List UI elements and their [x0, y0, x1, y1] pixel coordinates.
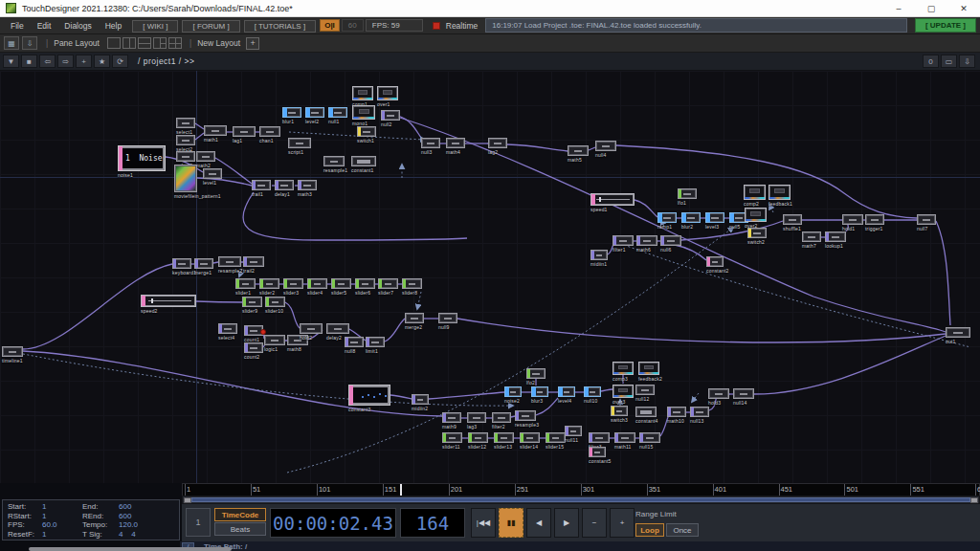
- network-node-lag2[interactable]: [488, 138, 507, 148]
- network-node-null4[interactable]: [595, 141, 616, 151]
- network-node-math4[interactable]: [446, 138, 465, 148]
- timecode-mode-button[interactable]: TimeCode: [214, 508, 266, 521]
- forward-icon[interactable]: ⇨: [57, 55, 74, 68]
- maximize-button[interactable]: ▢: [915, 0, 947, 16]
- menu-edit[interactable]: Edit: [31, 19, 58, 33]
- fps-target[interactable]: 60: [342, 19, 364, 32]
- network-node-slider5[interactable]: [331, 278, 351, 289]
- pane-layout-preset-three[interactable]: [153, 37, 167, 49]
- network-node-speed2[interactable]: [141, 295, 196, 307]
- network-node-math11[interactable]: [614, 432, 635, 443]
- network-node-slider10[interactable]: [265, 297, 285, 307]
- bookmark-icon[interactable]: ▦: [4, 36, 19, 50]
- once-button[interactable]: Once: [666, 523, 699, 537]
- network-node-slider7[interactable]: [378, 278, 398, 289]
- network-node-slider8[interactable]: [402, 278, 422, 289]
- output-toggle[interactable]: O|I: [320, 19, 340, 32]
- realtime-checkbox[interactable]: [433, 22, 440, 30]
- network-node-null3[interactable]: [421, 138, 440, 148]
- network-node-trail2[interactable]: [243, 256, 264, 267]
- network-node-slider12[interactable]: [468, 432, 488, 443]
- network-node-slider13[interactable]: [494, 432, 514, 443]
- network-node-trigger1[interactable]: [865, 214, 884, 225]
- network-node-level1[interactable]: [203, 168, 222, 179]
- network-node-hold1[interactable]: [842, 214, 863, 225]
- network-node-script1[interactable]: [288, 138, 311, 148]
- network-node-null2[interactable]: [381, 110, 400, 121]
- network-node-null7[interactable]: [917, 214, 936, 225]
- network-node-resample2[interactable]: [218, 256, 241, 267]
- update-button[interactable]: [ UPDATE ]: [915, 18, 976, 33]
- collapse-pane-icon[interactable]: ⇩: [959, 55, 975, 68]
- network-node-merge1[interactable]: [194, 258, 213, 269]
- network-node-shuffle1[interactable]: [783, 214, 802, 225]
- menu-dialogs[interactable]: Dialogs: [57, 19, 98, 33]
- link-button-tutorials[interactable]: [ TUTORIALS ]: [244, 20, 317, 33]
- network-node-null8[interactable]: [345, 337, 364, 347]
- loop-button[interactable]: Loop: [635, 523, 664, 537]
- network-node-midiin1[interactable]: [590, 250, 608, 260]
- save-layout-icon[interactable]: ⇩: [22, 36, 37, 50]
- settings-value[interactable]: 1: [42, 512, 82, 521]
- network-node-math5[interactable]: [568, 145, 589, 156]
- network-node-null10[interactable]: [584, 386, 601, 397]
- network-node-filter2[interactable]: [492, 412, 511, 423]
- network-node-switch1[interactable]: [357, 126, 376, 137]
- jump-to-start-button[interactable]: |◀◀: [471, 508, 496, 538]
- network-node-delay1[interactable]: [275, 180, 294, 190]
- range-fill[interactable]: [191, 497, 970, 502]
- network-node-slider2[interactable]: [259, 278, 279, 289]
- network-node-slider3[interactable]: [283, 278, 303, 289]
- network-node-lfo2[interactable]: [526, 368, 546, 379]
- network-node-lfo1[interactable]: [678, 188, 697, 199]
- network-node-keyboard1[interactable]: [172, 258, 191, 269]
- timeline-ruler[interactable]: 151101151201251301351401451501551600: [182, 483, 980, 496]
- settings-value[interactable]: 1: [42, 530, 82, 540]
- network-node-limit1[interactable]: [366, 337, 385, 347]
- network-node-mono1[interactable]: [352, 105, 375, 120]
- network-node-math2[interactable]: [196, 151, 215, 162]
- network-node-null9[interactable]: [438, 313, 457, 323]
- network-node-null1[interactable]: [328, 107, 347, 118]
- network-node-slider15[interactable]: [546, 432, 566, 443]
- network-node-select2[interactable]: [176, 135, 195, 145]
- settings-value[interactable]: 60.0: [42, 520, 82, 530]
- network-node-null15[interactable]: [639, 432, 660, 443]
- menu-file[interactable]: File: [4, 19, 31, 33]
- network-node-resample3[interactable]: [515, 410, 536, 421]
- network-node-resample1[interactable]: [323, 156, 345, 166]
- network-node-count2[interactable]: [244, 342, 263, 353]
- network-node-slider6[interactable]: [355, 278, 375, 289]
- network-node-blur2[interactable]: [681, 212, 701, 223]
- network-node-blur1[interactable]: [282, 107, 301, 118]
- horizontal-scrollbar[interactable]: [29, 547, 232, 551]
- network-node-constant1[interactable]: [351, 156, 376, 166]
- refresh-icon[interactable]: ⟳: [112, 55, 128, 68]
- settings-value[interactable]: 120.0: [119, 520, 174, 530]
- network-node-noise2[interactable]: [504, 386, 522, 397]
- network-node-math1[interactable]: [204, 125, 227, 136]
- network-node-slider1[interactable]: [235, 278, 256, 289]
- network-node-over3[interactable]: [612, 385, 634, 398]
- network-node-slider4[interactable]: [307, 278, 327, 289]
- pane-type-dropdown[interactable]: ▼: [3, 55, 19, 68]
- child-count-badge[interactable]: 0: [923, 55, 939, 68]
- network-node-math6[interactable]: [636, 235, 657, 246]
- plus-button[interactable]: +: [610, 508, 635, 538]
- network-node-switch3[interactable]: [611, 406, 628, 416]
- pane-layout-preset-quad[interactable]: [168, 37, 182, 49]
- network-node-speed1[interactable]: [590, 193, 635, 206]
- network-node-delay2[interactable]: [326, 323, 349, 334]
- network-node-null14[interactable]: [733, 388, 754, 399]
- pane-layout-preset-vsplit[interactable]: [122, 37, 136, 49]
- network-node-feedback2[interactable]: [638, 362, 659, 375]
- network-node-lookup1[interactable]: [825, 231, 846, 242]
- network-node-slider9[interactable]: [242, 297, 262, 307]
- network-node-select4[interactable]: [218, 323, 237, 334]
- network-node-switch2[interactable]: [747, 228, 767, 238]
- frame-one-button[interactable]: 1: [186, 508, 211, 537]
- network-node-lag3[interactable]: [467, 412, 486, 423]
- zoom-plus-icon[interactable]: +: [76, 55, 92, 68]
- network-node-null11[interactable]: [565, 426, 582, 436]
- network-node-logic1[interactable]: [264, 335, 285, 345]
